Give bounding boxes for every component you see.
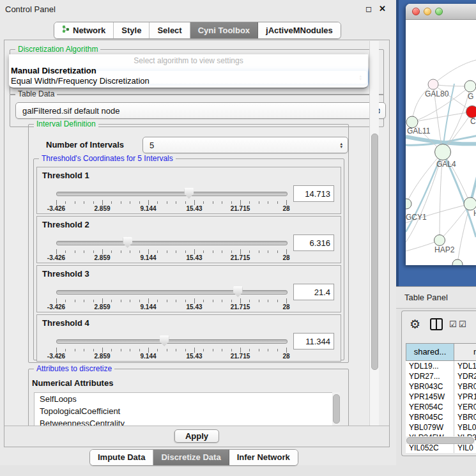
tick-label: 9.144 bbox=[140, 205, 156, 212]
network-node[interactable] bbox=[434, 235, 445, 246]
threshold-value-field[interactable] bbox=[293, 333, 334, 349]
cell-name[interactable]: YDR2 bbox=[454, 371, 476, 381]
threshold-value-field[interactable] bbox=[293, 234, 334, 251]
tab-cyni-toolbox[interactable]: Cyni Toolbox bbox=[190, 22, 258, 38]
split-panel-icon[interactable] bbox=[430, 318, 443, 330]
num-intervals-combobox[interactable]: 5 ▴▾ bbox=[142, 137, 348, 153]
column-header-shared-name[interactable]: shared... bbox=[406, 344, 454, 360]
column-header-name[interactable]: na bbox=[454, 344, 476, 360]
slider-track[interactable] bbox=[56, 290, 288, 295]
cell-name[interactable]: YPR1 bbox=[454, 392, 476, 402]
table-row[interactable]: YBR043CYBR0 bbox=[406, 381, 476, 392]
tick-mark bbox=[111, 250, 112, 253]
tab-select[interactable]: Select bbox=[150, 22, 190, 38]
threshold-value-field[interactable] bbox=[293, 284, 334, 300]
tick-mark bbox=[259, 300, 259, 302]
tick-mark bbox=[139, 250, 140, 253]
tab-style[interactable]: Style bbox=[114, 22, 150, 38]
network-node[interactable] bbox=[464, 197, 476, 210]
table-row[interactable]: YER054CYER0 bbox=[406, 402, 476, 412]
slider-thumb[interactable] bbox=[123, 237, 132, 248]
cell-name[interactable]: YBR0 bbox=[454, 381, 476, 392]
network-node[interactable] bbox=[466, 106, 476, 118]
cell-shared-name[interactable]: YDL19... bbox=[406, 361, 454, 371]
scrollbar-thumb[interactable] bbox=[371, 134, 378, 370]
tab-impute-data[interactable]: Impute Data bbox=[90, 450, 153, 465]
zoom-traffic-light-icon[interactable] bbox=[435, 8, 443, 15]
numerical-attributes-label: Numerical Attributes bbox=[32, 378, 113, 388]
cell-name[interactable]: YIL0 bbox=[454, 443, 476, 453]
close-icon[interactable]: ✕ bbox=[379, 4, 386, 13]
threshold-slider[interactable]: -3.4262.8599.14415.4321.71528 bbox=[56, 237, 286, 260]
scrollbar-thumb[interactable] bbox=[333, 394, 340, 424]
tick-mark bbox=[130, 349, 130, 351]
network-node[interactable] bbox=[428, 79, 438, 89]
table-row[interactable]: YIL052CYIL0 bbox=[406, 443, 476, 453]
slider-thumb[interactable] bbox=[160, 335, 169, 346]
slider-thumb[interactable] bbox=[184, 188, 194, 199]
network-node[interactable] bbox=[435, 144, 451, 160]
table-panel-toolbar: ⚙ ☑ ☑ bbox=[402, 311, 476, 339]
network-node[interactable] bbox=[406, 199, 411, 209]
close-traffic-light-icon[interactable] bbox=[412, 8, 420, 15]
numerical-attributes-list[interactable]: SelfLoopsTopologicalCoefficientBetweenne… bbox=[34, 392, 333, 429]
checkbox-checked-icon[interactable]: ☑ bbox=[459, 319, 466, 329]
tick-mark bbox=[286, 348, 287, 353]
threshold-slider[interactable]: -3.4262.8599.14415.4321.71528 bbox=[56, 188, 286, 211]
algorithm-option[interactable]: Equal Width/Frequency Discretization bbox=[9, 75, 368, 86]
minimize-traffic-light-icon[interactable] bbox=[424, 8, 431, 15]
attributes-list-scrollbar[interactable] bbox=[332, 392, 340, 427]
tick-mark bbox=[203, 300, 204, 302]
network-node[interactable] bbox=[464, 81, 476, 92]
slider-tick-labels: -3.4262.8599.14415.4321.71528 bbox=[56, 303, 286, 310]
checkbox-checked-icon[interactable]: ☑ bbox=[449, 319, 457, 329]
cell-shared-name[interactable]: YIL052C bbox=[406, 443, 454, 453]
cell-name[interactable]: YBR0 bbox=[454, 412, 476, 422]
table-row[interactable]: YDR27...YDR2 bbox=[406, 371, 476, 381]
cell-shared-name[interactable]: YBL079W bbox=[406, 422, 454, 433]
table-data-combobox[interactable]: galFiltered.sif default node ▴▾ bbox=[15, 102, 386, 119]
table-row[interactable]: YDL19...YDL1 bbox=[406, 361, 476, 371]
cell-shared-name[interactable]: YER054C bbox=[406, 402, 454, 412]
algorithm-option[interactable]: Manual Discretization bbox=[9, 65, 368, 75]
list-item[interactable]: TopologicalCoefficient bbox=[35, 405, 332, 417]
node-label: H bbox=[473, 209, 476, 218]
list-item[interactable]: SelfLoops bbox=[35, 393, 332, 405]
cell-shared-name[interactable]: YDR27... bbox=[406, 371, 454, 381]
table-row[interactable]: YBL079WYBL0 bbox=[406, 422, 476, 433]
apply-button[interactable]: Apply bbox=[174, 429, 219, 443]
cell-shared-name[interactable]: YPR145W bbox=[406, 392, 454, 402]
table-row[interactable]: YBR045CYBR0 bbox=[406, 412, 476, 422]
tick-mark bbox=[111, 349, 112, 351]
cell-shared-name[interactable]: YBR043C bbox=[406, 381, 454, 392]
panel-scrollbar[interactable] bbox=[369, 41, 379, 427]
tick-mark bbox=[93, 201, 94, 204]
threshold-slider[interactable]: -3.4262.8599.14415.4321.71528 bbox=[56, 286, 286, 309]
tick-mark bbox=[203, 349, 204, 351]
tab-discretize-data[interactable]: Discretize Data bbox=[153, 450, 229, 465]
tick-label: 15.43 bbox=[186, 303, 202, 311]
scrollbar-thumb[interactable] bbox=[406, 437, 474, 444]
tick-mark bbox=[121, 201, 121, 204]
tab-infer-network[interactable]: Infer Network bbox=[229, 450, 298, 465]
cell-name[interactable]: YBL0 bbox=[454, 422, 476, 433]
gear-icon[interactable]: ⚙ bbox=[410, 317, 420, 332]
tab-jactivemnodules[interactable]: jActiveMNodules bbox=[258, 22, 341, 38]
threshold-slider[interactable]: -3.4262.8599.14415.4321.71528 bbox=[56, 335, 286, 358]
tab-network[interactable]: Network bbox=[54, 22, 114, 38]
slider-track[interactable] bbox=[56, 192, 288, 196]
network-node[interactable] bbox=[452, 259, 463, 265]
table-horizontal-scrollbar[interactable] bbox=[406, 436, 475, 444]
slider-ticks bbox=[56, 298, 286, 303]
cell-name[interactable]: YDL1 bbox=[454, 361, 476, 371]
threshold-value-field[interactable] bbox=[293, 185, 334, 202]
float-window-icon[interactable]: ◻ bbox=[365, 4, 372, 13]
table-row[interactable]: YPR145WYPR1 bbox=[406, 392, 476, 402]
slider-track[interactable] bbox=[56, 241, 288, 245]
network-canvas[interactable]: GAL80GCGAL11GAL4GCY1HHAP2 bbox=[406, 20, 476, 265]
cell-name[interactable]: YER0 bbox=[454, 402, 476, 412]
slider-thumb[interactable] bbox=[233, 286, 243, 297]
tick-mark bbox=[259, 250, 259, 253]
slider-track[interactable] bbox=[56, 339, 288, 344]
cell-shared-name[interactable]: YBR045C bbox=[406, 412, 454, 422]
